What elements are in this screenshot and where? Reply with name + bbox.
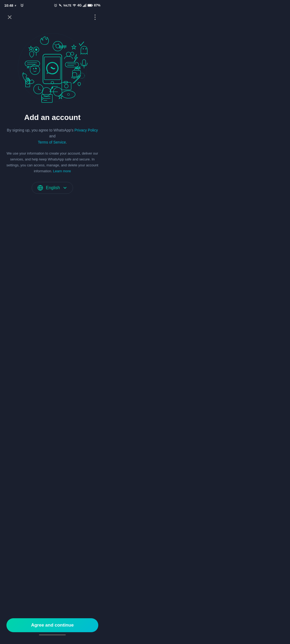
svg-text:#: # (15, 4, 16, 7)
top-navigation-bar (0, 10, 105, 25)
privacy-policy-link[interactable]: Privacy Policy (74, 128, 98, 132)
hashtag-icon: # (15, 3, 19, 7)
whatsapp-doodle-illustration: BFF 24 (15, 30, 90, 105)
svg-point-51 (35, 49, 37, 51)
svg-marker-24 (72, 45, 76, 49)
svg-point-33 (42, 87, 51, 96)
svg-line-41 (55, 44, 56, 45)
signal-icon (83, 3, 86, 7)
svg-rect-30 (62, 82, 71, 90)
svg-rect-48 (82, 60, 86, 65)
svg-point-28 (33, 68, 34, 69)
network-indicator: 4G (77, 3, 82, 7)
svg-rect-46 (26, 81, 30, 87)
time-display: 10:48 (4, 3, 13, 8)
terms-agreement-text: By signing up, you agree to WhatsApp's P… (6, 127, 98, 145)
status-right: VoLTE 4G 87% (54, 3, 100, 7)
svg-point-62 (62, 91, 75, 98)
svg-text:BFF: BFF (59, 45, 67, 49)
illustration-container: BFF 24 (0, 25, 105, 108)
battery-level: 87% (94, 3, 100, 7)
svg-point-54 (85, 48, 86, 49)
svg-point-63 (67, 93, 70, 96)
terms-of-service-link[interactable]: Terms of Service (38, 140, 66, 144)
info-text-content: We use your information to create your a… (6, 151, 98, 173)
svg-rect-13 (43, 54, 62, 84)
status-bar: 10:48 # VoLTE 4G 87% (0, 0, 105, 10)
svg-rect-5 (84, 5, 84, 7)
globe-icon (37, 185, 43, 191)
terms-connector: and (49, 134, 55, 138)
language-selector-button[interactable]: English (32, 182, 73, 194)
language-label: English (46, 185, 60, 190)
battery-icon (88, 4, 93, 7)
svg-point-43 (66, 52, 71, 56)
main-content: Add an account By signing up, you agree … (0, 108, 105, 232)
learn-more-link[interactable]: Learn more (53, 169, 71, 173)
terms-period: . (66, 140, 67, 144)
svg-point-53 (83, 48, 84, 49)
volte-indicator: VoLTE (63, 4, 71, 7)
info-paragraph: We use your information to create your a… (6, 151, 98, 174)
alarm-clock-icon (54, 3, 57, 7)
svg-rect-10 (88, 4, 92, 6)
wifi-icon (73, 3, 76, 7)
svg-rect-7 (86, 4, 86, 7)
svg-point-44 (71, 52, 74, 55)
close-button[interactable] (4, 12, 15, 23)
svg-marker-23 (29, 46, 33, 50)
page-title: Add an account (24, 113, 81, 122)
alarm-icon (20, 3, 24, 7)
svg-point-31 (64, 84, 68, 88)
svg-rect-4 (83, 6, 84, 7)
status-left: 10:48 # (4, 3, 24, 8)
svg-rect-9 (92, 5, 93, 6)
svg-point-35 (52, 87, 53, 89)
three-dots-icon (95, 14, 96, 20)
chevron-down-icon (63, 185, 67, 190)
svg-line-38 (38, 89, 41, 90)
more-options-button[interactable] (90, 12, 100, 23)
mute-icon (59, 3, 62, 7)
terms-prefix-text: By signing up, you agree to WhatsApp's (7, 128, 75, 132)
svg-rect-6 (85, 5, 85, 7)
